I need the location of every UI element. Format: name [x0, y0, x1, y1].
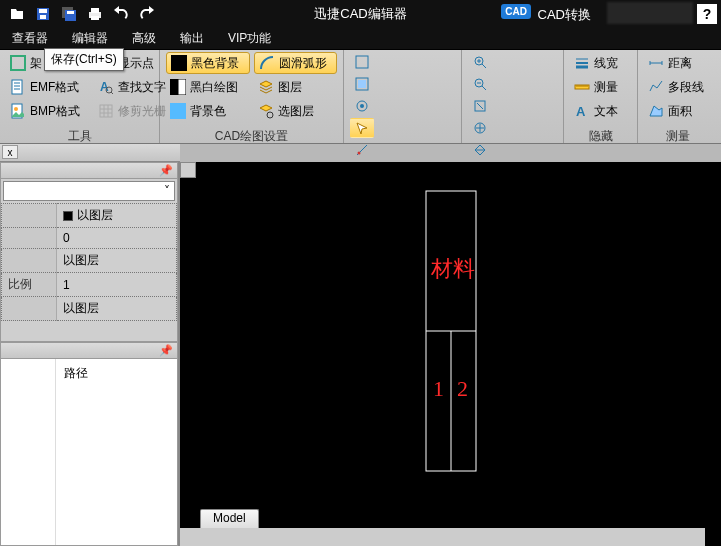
svg-rect-18 — [171, 55, 187, 71]
table-row: 0 — [2, 228, 177, 249]
lower-panel: 📌 路径 — [0, 342, 178, 546]
area-button[interactable]: 面积 — [644, 100, 712, 122]
svg-line-41 — [482, 86, 486, 90]
pos-btn-active[interactable] — [350, 118, 374, 138]
prop-value[interactable]: 以图层 — [57, 297, 177, 321]
table-row: 比例1 — [2, 273, 177, 297]
distance-button[interactable]: 距离 — [644, 52, 712, 74]
drawing-label-2: 2 — [457, 376, 468, 401]
label: 测量 — [594, 79, 618, 96]
table-row: 以图层 — [2, 204, 177, 228]
black-bg-button[interactable]: 黑色背景 — [166, 52, 250, 74]
tab-close-button[interactable]: x — [2, 145, 18, 159]
left-dock: 📌 ˅ 以图层 0 以图层 比例1 以图层 📌 路径 — [0, 162, 180, 546]
pos-btn[interactable] — [350, 96, 374, 116]
menu-viewer[interactable]: 查看器 — [0, 28, 60, 49]
bg-color-button[interactable]: 背景色 — [166, 100, 250, 122]
print-icon[interactable] — [84, 3, 106, 25]
svg-line-16 — [111, 92, 113, 94]
pos-btn[interactable] — [350, 52, 374, 72]
prop-key: 比例 — [2, 273, 57, 297]
svg-rect-21 — [170, 103, 186, 119]
group-label: CAD绘图设置 — [166, 127, 337, 143]
chevron-down-icon: ˅ — [164, 184, 170, 198]
label: 选图层 — [278, 103, 314, 120]
undo-icon[interactable] — [110, 3, 132, 25]
smooth-arc-button[interactable]: 圆滑弧形 — [254, 52, 338, 74]
save-icon[interactable] — [32, 3, 54, 25]
prop-value[interactable]: 0 — [57, 228, 177, 249]
svg-rect-20 — [178, 79, 186, 95]
svg-rect-19 — [170, 79, 178, 95]
svg-rect-5 — [67, 11, 74, 14]
browse-btn[interactable] — [468, 52, 492, 72]
bmp-button[interactable]: BMP格式 — [6, 100, 84, 122]
redo-icon[interactable] — [136, 3, 158, 25]
label: 黑色背景 — [191, 55, 239, 72]
label: BMP格式 — [30, 103, 80, 120]
property-grid: 以图层 0 以图层 比例1 以图层 — [1, 203, 177, 321]
label: 黑白绘图 — [190, 79, 238, 96]
lower-col1 — [1, 359, 56, 545]
model-tab[interactable]: Model — [200, 509, 259, 528]
group-label: 测量 — [644, 127, 712, 143]
svg-rect-2 — [40, 15, 46, 19]
prop-value[interactable]: 以图层 — [57, 249, 177, 273]
prop-value[interactable]: 1 — [57, 273, 177, 297]
app-title: 迅捷CAD编辑器 — [314, 5, 406, 23]
menu-editor[interactable]: 编辑器 — [60, 28, 120, 49]
open-icon[interactable] — [6, 3, 28, 25]
bw-draw-button[interactable]: 黑白绘图 — [166, 76, 250, 98]
browse-btn[interactable] — [468, 140, 492, 160]
drawing-canvas[interactable]: 材料 1 2 Model — [180, 162, 721, 546]
find-text-button[interactable]: A查找文字 — [94, 76, 170, 98]
document-tabstrip: x — [0, 144, 180, 162]
drawing-label-1: 1 — [433, 376, 444, 401]
cad-convert-button[interactable]: CAD转换 — [538, 6, 591, 24]
label: 圆滑弧形 — [279, 55, 327, 72]
layer-button[interactable]: 图层 — [254, 76, 338, 98]
label: 面积 — [668, 103, 692, 120]
sel-layer-button[interactable]: 选图层 — [254, 100, 338, 122]
svg-rect-7 — [91, 8, 99, 13]
menu-advanced[interactable]: 高级 — [120, 28, 168, 49]
menubar: 查看器 编辑器 高级 输出 VIP功能 保存(Ctrl+S) — [0, 28, 721, 50]
text-button[interactable]: A文本 — [570, 100, 631, 122]
menu-output[interactable]: 输出 — [168, 28, 216, 49]
ribbon-group-cad-settings: 黑色背景 圆滑弧形 黑白绘图 图层 背景色 选图层 CAD绘图设置 — [160, 50, 344, 143]
svg-rect-8 — [91, 16, 99, 20]
lineweight-button[interactable]: 线宽 — [570, 52, 631, 74]
pos-btn[interactable] — [350, 140, 374, 160]
ribbon-group-browse: 浏览 — [462, 50, 564, 143]
selection-combo[interactable]: ˅ — [3, 181, 175, 201]
label: 背景色 — [190, 103, 226, 120]
help-button[interactable]: ? — [697, 4, 717, 24]
browse-btn[interactable] — [468, 96, 492, 116]
browse-btn[interactable] — [468, 74, 492, 94]
browse-btn[interactable] — [468, 118, 492, 138]
label: 线宽 — [594, 55, 618, 72]
svg-rect-10 — [12, 80, 22, 94]
label: 查找文字 — [118, 79, 166, 96]
svg-rect-23 — [356, 56, 368, 68]
group-label: 工具 — [6, 127, 153, 143]
emf-button[interactable]: EMF格式 — [6, 76, 84, 98]
label: 文本 — [594, 103, 618, 120]
svg-rect-9 — [11, 56, 25, 70]
clip-grid-button: 修剪光栅 — [94, 100, 170, 122]
label: EMF格式 — [30, 79, 79, 96]
ribbon-group-hide: 线宽 测量 A文本 隐藏 — [564, 50, 638, 143]
label: 图层 — [278, 79, 302, 96]
prop-value: 以图层 — [77, 208, 113, 222]
horizontal-scrollbar[interactable] — [180, 528, 705, 546]
save-all-icon[interactable] — [58, 3, 80, 25]
pin-icon[interactable]: 📌 — [159, 344, 173, 357]
polyline-button[interactable]: 多段线 — [644, 76, 712, 98]
pos-btn[interactable] — [350, 74, 374, 94]
pin-icon[interactable]: 📌 — [159, 164, 173, 177]
label: 多段线 — [668, 79, 704, 96]
ribbon-group-measure: 距离 多段线 面积 测量 — [638, 50, 718, 143]
menu-vip[interactable]: VIP功能 — [216, 28, 283, 49]
save-tooltip: 保存(Ctrl+S) — [44, 48, 124, 71]
measure-button[interactable]: 测量 — [570, 76, 631, 98]
